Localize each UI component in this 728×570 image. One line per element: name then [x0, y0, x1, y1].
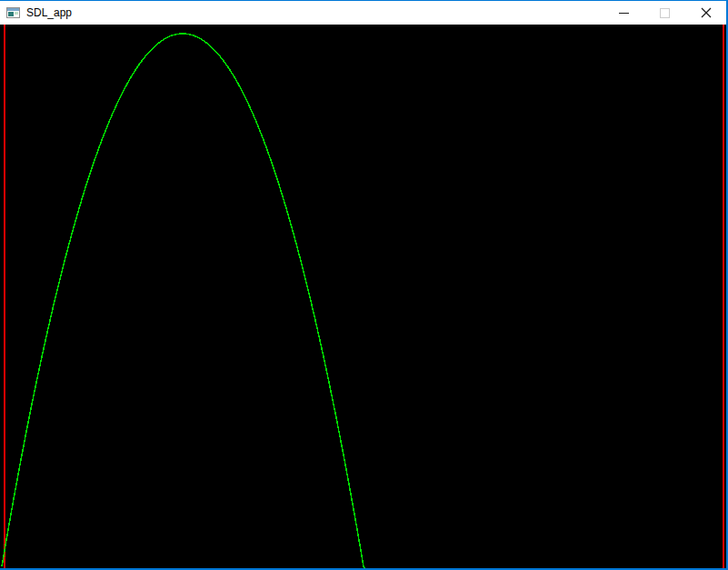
- maximize-icon: [660, 8, 670, 18]
- trajectory-canvas: [0, 25, 726, 568]
- maximize-button[interactable]: [644, 1, 685, 25]
- sdl-app-window: SDL_app: [0, 0, 728, 570]
- trajectory-curve: [2, 34, 364, 568]
- titlebar[interactable]: SDL_app: [0, 1, 726, 25]
- sdl-render-canvas: [0, 25, 726, 568]
- window-title: SDL_app: [26, 6, 72, 19]
- caption-buttons: [603, 1, 726, 25]
- close-icon: [701, 7, 712, 18]
- minimize-button[interactable]: [603, 1, 644, 25]
- close-button[interactable]: [685, 1, 726, 25]
- minimize-icon: [619, 13, 629, 14]
- app-icon: [6, 5, 21, 20]
